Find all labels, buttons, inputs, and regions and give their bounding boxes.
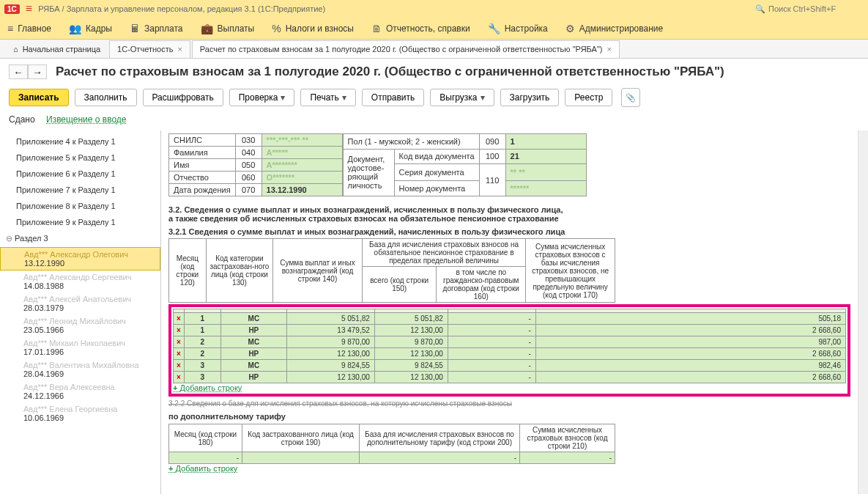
check-button[interactable]: Проверка (229, 89, 295, 106)
fill-button[interactable]: Заполнить (75, 89, 137, 106)
status-label: Сдано (9, 114, 35, 125)
sidebar-item[interactable]: Приложение 4 к Разделу 1 (0, 133, 160, 150)
table-row[interactable]: ×1МС5 051,825 051,82-505,18 (174, 313, 846, 325)
person-info-right: Пол (1 - мужской; 2 - женский)0901 Докум… (343, 133, 587, 196)
scrollbar[interactable] (858, 130, 868, 494)
close-icon[interactable]: × (177, 45, 182, 54)
sidebar-item[interactable]: Приложение 9 к Разделу 1 (0, 214, 160, 230)
person-info-left: СНИЛС030***-***-*** ** Фамилия040А***** … (168, 133, 343, 196)
tab-home[interactable]: ⌂Начальная страница (6, 40, 108, 58)
nav-admin[interactable]: ⚙Администрирование (565, 23, 663, 34)
list-icon: ≡ (7, 23, 13, 34)
sidebar-item[interactable]: Приложение 5 к Разделу 1 (0, 150, 160, 166)
table-row[interactable]: ×3НР12 130,0012 130,00-2 668,60 (174, 372, 846, 383)
add-row-321[interactable]: Добавить строку (173, 383, 242, 392)
nav-taxes[interactable]: %Налоги и взносы (272, 23, 354, 34)
highlight-box: ×1МС5 051,825 051,82-505,18×1НР13 479,52… (168, 304, 850, 397)
add-row-322[interactable]: Добавить строку (168, 464, 237, 473)
page-header: ← → Расчет по страховым взносам за 1 пол… (0, 59, 868, 85)
save-button[interactable]: Записать (9, 89, 69, 106)
hamburger-icon[interactable]: ≡ (26, 2, 32, 15)
wrench-icon: 🔧 (488, 23, 500, 34)
delete-row-icon[interactable]: × (174, 372, 185, 383)
gear-icon: ⚙ (565, 23, 575, 34)
nav-settings[interactable]: 🔧Настройка (488, 23, 548, 34)
table-row[interactable]: ×3МС9 824,559 824,55-982,46 (174, 360, 846, 372)
table-321-header: Месяц (код строки 120) Код категории зас… (168, 238, 615, 303)
person-item[interactable]: Авд*** Леонид Михайлович23.05.1966 (0, 314, 160, 336)
tab-report[interactable]: 1С-Отчетность× (109, 40, 190, 58)
table-row[interactable]: ×2МС9 870,009 870,00-987,00 (174, 336, 846, 348)
close-icon[interactable]: × (607, 45, 611, 54)
back-button[interactable]: ← (9, 65, 28, 79)
app-title: РЯБА / Зарплата и управление персоналом,… (38, 4, 325, 13)
person-item[interactable]: Авд*** Михаил Николаевич17.01.1996 (0, 336, 160, 358)
main-nav: ≡Главное 👥Кадры 🖩Зарплата 💼Выплаты %Нало… (0, 18, 868, 40)
person-item[interactable]: Авд*** Александр Сергеевич14.08.1988 (0, 270, 160, 292)
nav-payments[interactable]: 💼Выплаты (201, 23, 255, 34)
sidebar-section3[interactable]: Раздел 3 (0, 230, 160, 247)
sidebar-item[interactable]: Приложение 6 к Разделу 1 (0, 166, 160, 182)
nav-payroll[interactable]: 🖩Зарплата (130, 23, 183, 34)
calc-icon: 🖩 (130, 23, 140, 34)
delete-row-icon[interactable]: × (174, 336, 185, 348)
sidebar-item[interactable]: Приложение 8 к Разделу 1 (0, 198, 160, 214)
sidebar[interactable]: Приложение 4 к Разделу 1Приложение 5 к Р… (0, 130, 161, 494)
main-content: СНИЛС030***-***-*** ** Фамилия040А***** … (161, 130, 858, 494)
logo-1c-icon: 1C (4, 4, 20, 14)
percent-icon: % (272, 23, 281, 34)
table-322: Месяц (код строки 180) Код застрахованно… (168, 424, 615, 464)
delete-row-icon[interactable]: × (174, 325, 185, 336)
delete-row-icon[interactable]: × (174, 348, 185, 360)
person-item[interactable]: Авд*** Елена Георгиевна10.06.1969 (0, 402, 160, 424)
table-row[interactable]: ×2НР12 130,0012 130,00-2 668,60 (174, 348, 846, 360)
sidebar-item[interactable]: Приложение 7 к Разделу 1 (0, 182, 160, 198)
search-box[interactable]: 🔍 (755, 4, 864, 14)
nav-personnel[interactable]: 👥Кадры (69, 23, 112, 34)
search-icon: 🔍 (755, 4, 765, 14)
export-button[interactable]: Выгрузка (430, 89, 494, 106)
status-link[interactable]: Извещение о вводе (46, 114, 127, 125)
table-321-rows: ×1МС5 051,825 051,82-505,18×1НР13 479,52… (173, 309, 846, 383)
tab-bar: ⌂Начальная страница 1С-Отчетность× Расче… (0, 40, 868, 59)
paperclip-icon: 📎 (626, 93, 636, 103)
delete-row-icon[interactable]: × (174, 313, 185, 325)
sec32-title: 3.2. Сведения о сумме выплат и иных возн… (168, 205, 850, 223)
sec322-obscured: 3.2.2 Сведения о базе для исчисления стр… (168, 400, 850, 408)
people-icon: 👥 (69, 23, 81, 34)
table-row[interactable]: ×1НР13 479,5212 130,00-2 668,60 (174, 325, 846, 336)
home-icon: ⌂ (13, 45, 18, 54)
delete-row-icon[interactable]: × (174, 360, 185, 372)
person-item[interactable]: Авд*** Валентина Михайловна28.04.1969 (0, 358, 160, 380)
status-line: Сдано Извещение о вводе (0, 111, 868, 130)
cash-icon: 💼 (201, 23, 213, 34)
person-item[interactable]: Авд*** Вера Алексеевна24.12.1966 (0, 380, 160, 402)
sec321-title: 3.2.1 Сведения о сумме выплат и иных воз… (168, 227, 850, 236)
person-item[interactable]: Авд*** Алексей Анатольевич28.03.1979 (0, 292, 160, 314)
person-item[interactable]: Авд*** Александр Олегович13.12.1990 (0, 247, 160, 270)
sec322-line2: по дополнительному тарифу (168, 412, 850, 421)
page-title: Расчет по страховым взносам за 1 полугод… (56, 65, 724, 79)
toolbar: Записать Заполнить Расшифровать Проверка… (0, 85, 868, 111)
tab-calc[interactable]: Расчет по страховым взносам за 1 полугод… (192, 40, 620, 58)
print-button[interactable]: Печать (300, 89, 355, 106)
forward-button[interactable]: → (28, 65, 47, 79)
doc-icon: 🗎 (371, 23, 382, 34)
search-input[interactable] (768, 4, 864, 13)
load-button[interactable]: Загрузить (500, 89, 560, 106)
title-bar: 1C ≡ РЯБА / Зарплата и управление персон… (0, 0, 868, 18)
attach-button[interactable]: 📎 (621, 88, 640, 107)
nav-reports[interactable]: 🗎Отчетность, справки (371, 23, 470, 34)
nav-main[interactable]: ≡Главное (7, 23, 51, 34)
decode-button[interactable]: Расшифровать (143, 89, 223, 106)
send-button[interactable]: Отправить (362, 89, 425, 106)
registry-button[interactable]: Реестр (565, 89, 612, 106)
